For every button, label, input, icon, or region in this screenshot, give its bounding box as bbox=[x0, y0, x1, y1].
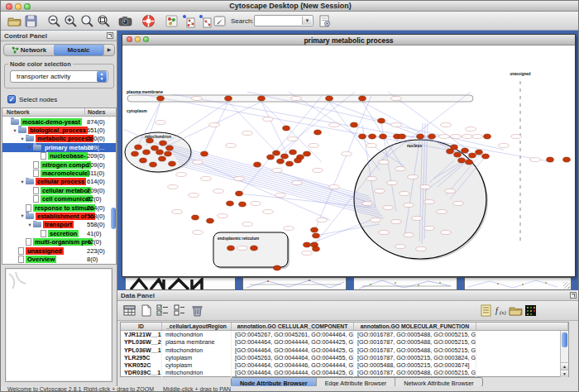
graph-node[interactable] bbox=[267, 155, 275, 160]
graph-node[interactable] bbox=[326, 96, 333, 101]
graph-node[interactable] bbox=[290, 150, 297, 155]
node-label[interactable] bbox=[420, 184, 431, 189]
expander-icon[interactable]: ▼ bbox=[12, 128, 18, 133]
node-label[interactable] bbox=[462, 134, 473, 138]
node-label[interactable] bbox=[472, 134, 483, 138]
node-label[interactable] bbox=[391, 219, 402, 223]
layout-paste-icon[interactable] bbox=[198, 14, 212, 28]
node-label[interactable] bbox=[424, 199, 435, 203]
tree-row[interactable]: nucleobase-209(0) bbox=[2, 152, 116, 160]
graph-node[interactable] bbox=[283, 126, 290, 131]
node-label[interactable] bbox=[329, 184, 340, 189]
graph-node[interactable] bbox=[417, 134, 424, 139]
node-label[interactable] bbox=[313, 168, 323, 172]
node-label[interactable] bbox=[172, 209, 183, 213]
node-label[interactable] bbox=[391, 96, 402, 100]
node-label[interactable] bbox=[404, 203, 414, 207]
graph-node[interactable] bbox=[294, 158, 302, 163]
graph-node[interactable] bbox=[359, 134, 366, 139]
graph-edge[interactable] bbox=[176, 159, 379, 211]
graph-node[interactable] bbox=[458, 158, 466, 163]
node-label[interactable] bbox=[424, 226, 435, 230]
tree-row[interactable]: unassigned223(0) bbox=[2, 246, 116, 255]
tree-row[interactable]: response to stimulu264(0) bbox=[2, 203, 116, 212]
unselect-attributes-icon[interactable] bbox=[172, 304, 186, 318]
graph-node[interactable] bbox=[351, 122, 358, 127]
scrollbar-thumb[interactable] bbox=[562, 332, 567, 347]
node-label[interactable] bbox=[263, 209, 274, 213]
graph-node[interactable] bbox=[466, 160, 473, 165]
scroll-up-icon[interactable]: ▲ bbox=[561, 362, 568, 370]
node-label[interactable] bbox=[168, 184, 179, 189]
graph-node[interactable] bbox=[132, 151, 139, 156]
node-label[interactable] bbox=[362, 201, 373, 205]
graph-node[interactable] bbox=[304, 151, 311, 156]
tab-network[interactable]: Network bbox=[4, 45, 54, 55]
node-label[interactable] bbox=[242, 222, 253, 226]
node-label[interactable] bbox=[366, 143, 377, 147]
node-label[interactable] bbox=[302, 251, 313, 255]
background-window-sliver[interactable] bbox=[242, 277, 347, 290]
graph-node[interactable] bbox=[451, 145, 458, 150]
node-label[interactable] bbox=[416, 246, 427, 251]
tree-row[interactable]: ▼transport558(0) bbox=[2, 221, 116, 229]
node-label[interactable] bbox=[156, 120, 166, 124]
graph-node[interactable] bbox=[207, 218, 214, 223]
node-label[interactable] bbox=[412, 216, 423, 220]
node-label[interactable] bbox=[192, 96, 203, 100]
node-label[interactable] bbox=[379, 160, 390, 164]
graph-node[interactable] bbox=[254, 162, 261, 167]
node-label[interactable] bbox=[237, 246, 248, 250]
layout-copy-icon[interactable] bbox=[181, 14, 195, 28]
tab-network-attribute-browser[interactable]: Network Attribute Browser bbox=[395, 378, 481, 386]
node-label[interactable] bbox=[193, 230, 203, 234]
table-scrollbar[interactable]: ▲ ▼ bbox=[560, 331, 568, 377]
graph-node[interactable] bbox=[454, 152, 462, 157]
graph-node[interactable] bbox=[273, 151, 280, 155]
node-label[interactable] bbox=[291, 96, 302, 100]
graph-edge[interactable] bbox=[285, 102, 329, 154]
node-label[interactable] bbox=[395, 166, 406, 170]
graph-node[interactable] bbox=[157, 96, 165, 101]
graph-node[interactable] bbox=[166, 146, 174, 151]
vizmapper-icon[interactable] bbox=[165, 14, 179, 28]
graph-node[interactable] bbox=[239, 202, 246, 207]
graph-node[interactable] bbox=[225, 96, 232, 101]
table-row[interactable]: YKR052Ccytoplasm[GO:0044464, GO:0044446,… bbox=[121, 361, 568, 369]
graph-node[interactable] bbox=[304, 242, 311, 247]
background-window-sliver[interactable] bbox=[464, 277, 572, 290]
node-label[interactable] bbox=[263, 117, 274, 121]
node-label[interactable] bbox=[437, 209, 447, 213]
save-icon[interactable] bbox=[24, 14, 38, 28]
expander-icon[interactable]: ▼ bbox=[19, 213, 26, 218]
graph-node[interactable] bbox=[286, 161, 294, 166]
node-label[interactable] bbox=[292, 180, 303, 184]
attribute-table-icon[interactable] bbox=[122, 304, 136, 318]
search-input[interactable]: ▼ bbox=[254, 15, 313, 26]
node-label[interactable] bbox=[404, 232, 414, 237]
graph-node[interactable] bbox=[469, 153, 476, 158]
delete-attribute-icon[interactable] bbox=[190, 304, 204, 318]
background-window-sliver[interactable] bbox=[353, 277, 457, 290]
graph-node[interactable] bbox=[547, 157, 554, 162]
graph-edge[interactable] bbox=[168, 146, 371, 198]
graph-node[interactable] bbox=[258, 96, 266, 101]
tab-mosaic[interactable]: Mosaic bbox=[54, 45, 103, 55]
birdseye-view[interactable] bbox=[5, 268, 112, 382]
graph-node[interactable] bbox=[227, 246, 235, 251]
node-label[interactable] bbox=[445, 189, 456, 193]
node-label[interactable] bbox=[375, 189, 385, 193]
annotation-icon[interactable] bbox=[213, 14, 227, 28]
matrix-icon[interactable] bbox=[524, 304, 538, 318]
graph-node[interactable] bbox=[169, 161, 176, 166]
zoom-fit-icon[interactable] bbox=[97, 14, 111, 28]
tree-row[interactable]: multi-organism pro42(0) bbox=[2, 237, 116, 246]
node-label[interactable] bbox=[511, 134, 522, 138]
snapshot-camera-icon[interactable] bbox=[118, 14, 132, 28]
graph-edge[interactable] bbox=[123, 129, 330, 220]
resize-grip-icon[interactable] bbox=[563, 282, 570, 289]
node-label[interactable] bbox=[226, 143, 237, 147]
node-label[interactable] bbox=[309, 143, 319, 147]
column-go-cellular-component[interactable]: annotation.GO CELLULAR_COMPONENT bbox=[232, 323, 354, 330]
node-label[interactable] bbox=[189, 193, 199, 197]
